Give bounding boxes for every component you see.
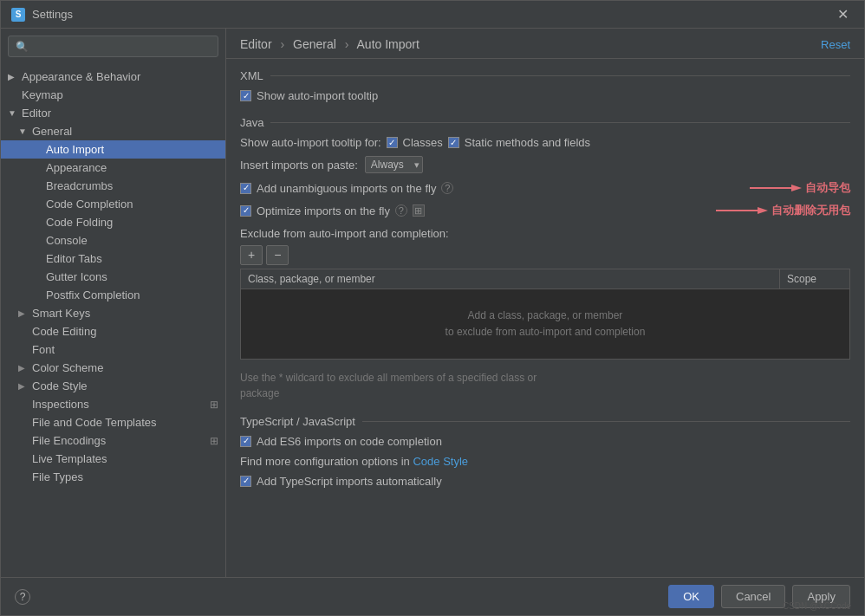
add-typescript-row: Add TypeScript imports automatically (240, 475, 850, 488)
sidebar-item-label: Editor (22, 107, 51, 120)
breadcrumb-current: Auto Import (357, 37, 419, 51)
sidebar-item-appearance[interactable]: Appearance (1, 159, 225, 177)
sidebar-item-live-templates[interactable]: Live Templates (1, 450, 225, 468)
add-es6-checkbox[interactable] (240, 436, 251, 447)
breadcrumb-general: General (293, 37, 336, 51)
sidebar: 🔍 ▶ Appearance & Behavior Keymap ▼ Edito… (1, 29, 226, 577)
title-bar: S Settings ✕ (1, 1, 864, 29)
sidebar-tree: ▶ Appearance & Behavior Keymap ▼ Editor … (1, 64, 225, 577)
sidebar-item-label: Smart Keys (32, 307, 90, 320)
optimize-imports-check-group: Optimize imports on the fly ? ⊞ (240, 204, 704, 217)
sidebar-item-label: Color Scheme (32, 361, 103, 374)
sidebar-item-label: Code Completion (46, 198, 133, 211)
sidebar-item-label: Editor Tabs (46, 252, 102, 265)
sidebar-item-label: Code Folding (46, 216, 113, 229)
arrow-svg-unambiguous (750, 181, 802, 195)
classes-label: Classes (403, 136, 443, 149)
add-exclude-button[interactable]: + (240, 245, 263, 265)
show-tooltip-for-label: Show auto-import tooltip for: (240, 136, 381, 149)
exclude-table: Class, package, or member Scope Add a cl… (240, 269, 850, 360)
sidebar-item-editor[interactable]: ▼ Editor (1, 104, 225, 122)
sidebar-item-label: File Types (32, 470, 83, 483)
add-es6-row: Add ES6 imports on code completion (240, 435, 850, 448)
sidebar-item-file-code-templates[interactable]: File and Code Templates (1, 413, 225, 431)
table-col1-header: Class, package, or member (241, 269, 780, 289)
svg-marker-1 (791, 185, 802, 191)
show-auto-import-tooltip-label: Show auto-import tooltip (257, 89, 378, 102)
code-style-link[interactable]: Code Style (413, 455, 468, 468)
insert-imports-select-wrapper: Always Ask Never (365, 156, 423, 173)
static-methods-checkbox[interactable] (448, 137, 459, 148)
sidebar-item-console[interactable]: Console (1, 231, 225, 250)
sidebar-item-postfix-completion[interactable]: Postfix Completion (1, 286, 225, 304)
java-section-label: Java (240, 116, 850, 129)
sidebar-item-label: Postfix Completion (46, 289, 140, 302)
expand-icon: ▶ (18, 308, 29, 318)
app-icon: S (11, 8, 25, 22)
sidebar-item-code-completion[interactable]: Code Completion (1, 195, 225, 213)
expand-icon: ▼ (18, 126, 29, 136)
config-options-row: Find more configuration options in Code … (240, 455, 850, 468)
help-icon-optimize[interactable]: ? (395, 204, 407, 217)
insert-imports-row: Insert imports on paste: Always Ask Neve… (240, 156, 850, 173)
reset-button[interactable]: Reset (821, 38, 850, 51)
optimize-imports-checkbox[interactable] (240, 205, 251, 217)
sidebar-item-inspections[interactable]: Inspections ⊞ (1, 395, 225, 413)
search-box[interactable]: 🔍 (8, 36, 218, 57)
sidebar-item-label: Live Templates (32, 452, 107, 465)
sidebar-item-general[interactable]: ▼ General (1, 122, 225, 140)
sidebar-item-code-style[interactable]: ▶ Code Style (1, 377, 225, 395)
sidebar-item-label: Auto Import (46, 143, 104, 156)
close-button[interactable]: ✕ (832, 4, 854, 24)
add-unambiguous-checkbox[interactable] (240, 183, 251, 194)
table-empty-text: Add a class, package, or member to exclu… (446, 308, 646, 340)
search-icon: 🔍 (16, 41, 29, 53)
show-auto-import-tooltip-row: Show auto-import tooltip (240, 89, 850, 102)
watermark: CSDN @XCCode (776, 600, 858, 613)
show-auto-import-tooltip-checkbox[interactable] (240, 90, 251, 101)
sidebar-item-label: Console (46, 234, 88, 247)
breadcrumb-sep2: › (345, 37, 349, 51)
optimize-icon-btn[interactable]: ⊞ (413, 204, 425, 217)
classes-checkbox[interactable] (387, 137, 398, 148)
help-button[interactable]: ? (15, 589, 30, 605)
sidebar-item-file-types[interactable]: File Types (1, 468, 225, 486)
breadcrumb-editor: Editor (240, 37, 272, 51)
sidebar-item-breadcrumbs[interactable]: Breadcrumbs (1, 177, 225, 195)
sidebar-item-auto-import[interactable]: Auto Import (1, 140, 225, 159)
sidebar-item-smart-keys[interactable]: ▶ Smart Keys (1, 304, 225, 322)
sidebar-item-file-encodings[interactable]: File Encodings ⊞ (1, 431, 225, 450)
sidebar-item-code-folding[interactable]: Code Folding (1, 213, 225, 231)
table-header: Class, package, or member Scope (241, 269, 849, 289)
show-tooltip-for-row: Show auto-import tooltip for: Classes St… (240, 136, 850, 149)
optimize-imports-label: Optimize imports on the fly (257, 204, 390, 217)
add-unambiguous-label: Add unambiguous imports on the fly (257, 182, 436, 195)
xml-section: XML Show auto-import tooltip (240, 69, 850, 102)
main-header: Editor › General › Auto Import Reset (226, 29, 864, 59)
sidebar-item-keymap[interactable]: Keymap (1, 86, 225, 104)
sidebar-item-font[interactable]: Font (1, 340, 225, 359)
insert-imports-select[interactable]: Always Ask Never (365, 156, 423, 173)
footer: ? OK Cancel Apply (1, 577, 864, 615)
exclude-section: Exclude from auto-import and completion:… (240, 227, 850, 360)
sidebar-item-label: General (32, 125, 72, 138)
main-body: XML Show auto-import tooltip Java Show a… (226, 59, 864, 577)
expand-icon: ▶ (8, 72, 18, 81)
sidebar-item-appearance-behavior[interactable]: ▶ Appearance & Behavior (1, 68, 225, 86)
sidebar-item-label: Code Style (32, 379, 88, 392)
window-title: Settings (32, 8, 832, 21)
sidebar-item-color-scheme[interactable]: ▶ Color Scheme (1, 359, 225, 377)
annotation-optimize: 自动删除无用包 (716, 203, 850, 218)
sidebar-item-gutter-icons[interactable]: Gutter Icons (1, 268, 225, 286)
sidebar-item-editor-tabs[interactable]: Editor Tabs (1, 250, 225, 268)
exclude-label: Exclude from auto-import and completion: (240, 227, 850, 240)
expand-icon: ▶ (18, 363, 29, 373)
add-unambiguous-row: Add unambiguous imports on the fly ? 自动导… (240, 180, 850, 196)
remove-exclude-button[interactable]: − (266, 245, 289, 265)
sidebar-item-code-editing[interactable]: Code Editing (1, 322, 225, 340)
ok-button[interactable]: OK (668, 585, 714, 608)
sidebar-item-label: Gutter Icons (46, 270, 107, 283)
add-typescript-checkbox[interactable] (240, 476, 251, 487)
help-icon-unambiguous[interactable]: ? (441, 182, 453, 194)
search-input[interactable] (34, 40, 211, 53)
